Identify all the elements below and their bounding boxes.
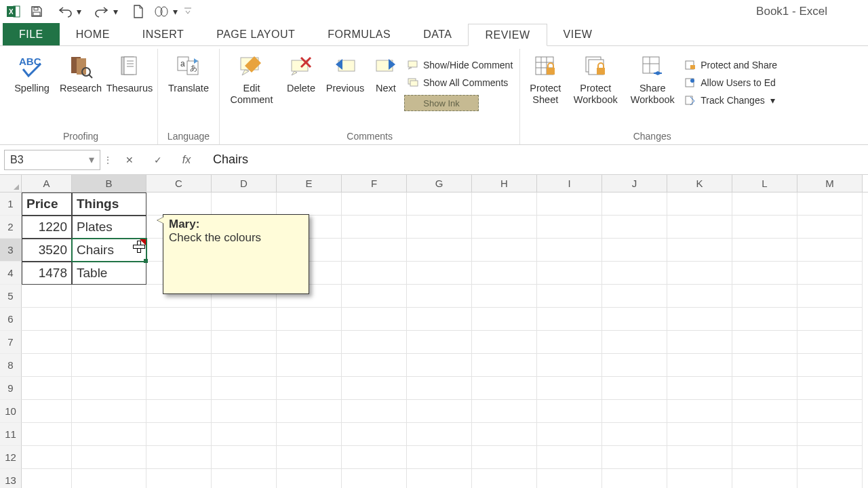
tab-formulas[interactable]: FORMULAS — [311, 23, 407, 45]
cell-A8[interactable] — [22, 354, 72, 377]
cell-H8[interactable] — [472, 354, 537, 377]
cell-D11[interactable] — [212, 423, 277, 446]
cell-H4[interactable] — [472, 262, 537, 285]
cell-D13[interactable] — [212, 469, 277, 488]
cell-I12[interactable] — [537, 446, 602, 469]
col-header-F[interactable]: F — [342, 175, 407, 192]
cell-A13[interactable] — [22, 469, 72, 488]
cell-D6[interactable] — [212, 308, 277, 331]
cell-K5[interactable] — [667, 285, 732, 308]
col-header-A[interactable]: A — [22, 175, 72, 192]
cell-I10[interactable] — [537, 400, 602, 423]
cell-M5[interactable] — [797, 285, 863, 308]
spelling-button[interactable]: ABC Spelling — [8, 52, 56, 108]
row-header-9[interactable]: 9 — [0, 377, 22, 400]
cell-I7[interactable] — [537, 331, 602, 354]
cell-B10[interactable] — [72, 400, 146, 423]
cell-M12[interactable] — [797, 446, 863, 469]
cell-M7[interactable] — [797, 331, 863, 354]
tab-view[interactable]: VIEW — [547, 23, 609, 45]
cell-K1[interactable] — [667, 192, 732, 216]
cell-M3[interactable] — [797, 239, 863, 262]
edit-comment-button[interactable]: Edit Comment — [224, 52, 279, 108]
qat-customize[interactable] — [183, 2, 193, 21]
cell-A6[interactable] — [22, 308, 72, 331]
protect-workbook-button[interactable]: Protect Workbook — [568, 52, 623, 108]
cell-C7[interactable] — [146, 331, 212, 354]
cell-M6[interactable] — [797, 308, 863, 331]
cell-E6[interactable] — [277, 308, 342, 331]
cell-K12[interactable] — [667, 446, 732, 469]
cell-J10[interactable] — [602, 400, 667, 423]
cell-G3[interactable] — [407, 239, 472, 262]
cell-K2[interactable] — [667, 216, 732, 239]
row-header-13[interactable]: 13 — [0, 469, 22, 488]
col-header-J[interactable]: J — [602, 175, 667, 192]
cell-E11[interactable] — [277, 423, 342, 446]
cell-A7[interactable] — [22, 331, 72, 354]
cell-M10[interactable] — [797, 400, 863, 423]
cell-E10[interactable] — [277, 400, 342, 423]
cell-M2[interactable] — [797, 216, 863, 239]
tab-review[interactable]: REVIEW — [468, 24, 547, 46]
cell-G9[interactable] — [407, 377, 472, 400]
cell-D1[interactable] — [212, 192, 277, 216]
cell-L5[interactable] — [732, 285, 797, 308]
row-header-6[interactable]: 6 — [0, 308, 22, 331]
cell-F4[interactable] — [342, 262, 407, 285]
comment-popup[interactable]: Mary: Check the colours — [163, 214, 309, 294]
show-hide-comment-button[interactable]: Show/Hide Comment — [404, 58, 515, 72]
cell-E12[interactable] — [277, 446, 342, 469]
confirm-edit-button[interactable]: ✓ — [152, 154, 164, 166]
cell-G8[interactable] — [407, 354, 472, 377]
cell-H11[interactable] — [472, 423, 537, 446]
col-header-C[interactable]: C — [146, 175, 212, 192]
row-header-8[interactable]: 8 — [0, 354, 22, 377]
cell-B11[interactable] — [72, 423, 146, 446]
translate-button[interactable]: aあ Translate — [162, 52, 215, 108]
row-header-10[interactable]: 10 — [0, 400, 22, 423]
cell-J2[interactable] — [602, 216, 667, 239]
cell-C10[interactable] — [146, 400, 212, 423]
cell-I8[interactable] — [537, 354, 602, 377]
cell-H12[interactable] — [472, 446, 537, 469]
cell-G11[interactable] — [407, 423, 472, 446]
cell-G12[interactable] — [407, 446, 472, 469]
redo-button[interactable] — [92, 2, 111, 21]
cell-G6[interactable] — [407, 308, 472, 331]
cell-C12[interactable] — [146, 446, 212, 469]
cell-J1[interactable] — [602, 192, 667, 216]
cell-I3[interactable] — [537, 239, 602, 262]
cell-B7[interactable] — [72, 331, 146, 354]
cell-L10[interactable] — [732, 400, 797, 423]
cell-F3[interactable] — [342, 239, 407, 262]
cell-G2[interactable] — [407, 216, 472, 239]
cell-G10[interactable] — [407, 400, 472, 423]
cell-D9[interactable] — [212, 377, 277, 400]
research-button[interactable]: Research — [57, 52, 104, 108]
cell-K4[interactable] — [667, 262, 732, 285]
cell-A4[interactable]: 1478 — [22, 262, 72, 285]
cell-H13[interactable] — [472, 469, 537, 488]
redo-dropdown[interactable]: ▾ — [111, 2, 119, 21]
cell-I4[interactable] — [537, 262, 602, 285]
cell-G5[interactable] — [407, 285, 472, 308]
cell-M4[interactable] — [797, 262, 863, 285]
cell-J3[interactable] — [602, 239, 667, 262]
cell-C8[interactable] — [146, 354, 212, 377]
cell-C11[interactable] — [146, 423, 212, 446]
col-header-E[interactable]: E — [277, 175, 342, 192]
cell-L11[interactable] — [732, 423, 797, 446]
cell-K11[interactable] — [667, 423, 732, 446]
cell-I6[interactable] — [537, 308, 602, 331]
cell-L13[interactable] — [732, 469, 797, 488]
cell-B13[interactable] — [72, 469, 146, 488]
cell-J6[interactable] — [602, 308, 667, 331]
cell-L4[interactable] — [732, 262, 797, 285]
tab-page-layout[interactable]: PAGE LAYOUT — [200, 23, 311, 45]
cell-F10[interactable] — [342, 400, 407, 423]
cell-H5[interactable] — [472, 285, 537, 308]
new-file-icon[interactable] — [129, 2, 148, 21]
col-header-G[interactable]: G — [407, 175, 472, 192]
cell-L1[interactable] — [732, 192, 797, 216]
